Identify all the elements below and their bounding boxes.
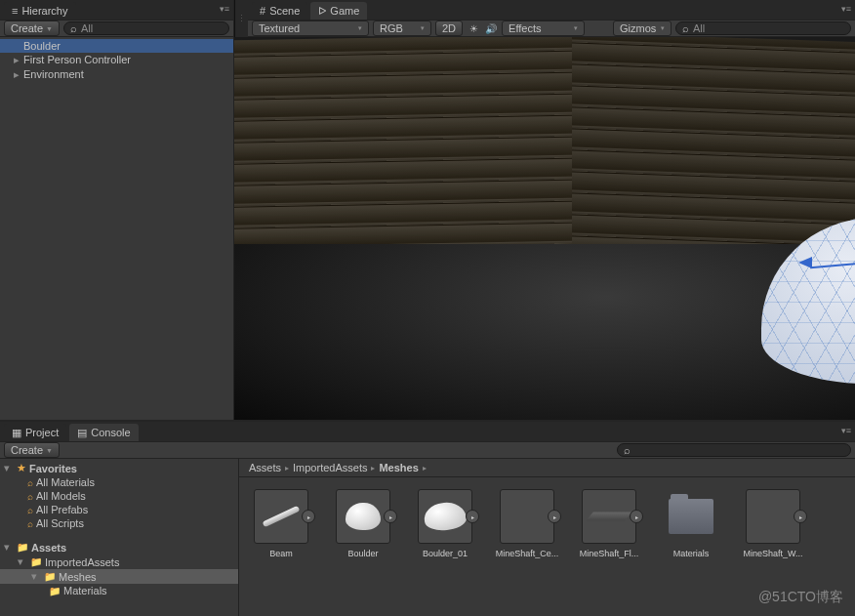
sidebar-favorites[interactable]: ▾ ★ Favorites [0,461,238,475]
hierarchy-item-environment[interactable]: ▸Environment [0,67,233,82]
scene-icon: # [260,5,265,17]
render-mode-dropdown[interactable]: RGB ▾ [373,21,431,36]
chevron-right-icon: ▸ [423,464,427,472]
play-badge-icon[interactable]: ▸ [466,510,479,523]
asset-item-boulder[interactable]: ▸ Boulder [333,489,393,558]
scene-toolbar: Textured ▾ RGB ▾ 2D ☀ 🔊 Effects ▾ [248,20,855,37]
play-badge-icon[interactable]: ▸ [302,510,315,523]
sidebar-assets[interactable]: ▾ 📁 Assets [0,540,238,554]
expand-icon[interactable]: ▾ [4,462,14,474]
project-icon: ▦ [12,427,21,439]
game-tab-label: Game [330,5,359,17]
hierarchy-tree: Boulder ▸First Person Controller ▸Enviro… [0,37,233,420]
search-icon: ⌕ [624,444,631,456]
sidebar-fav-models[interactable]: ⌕All Models [0,489,238,503]
scene-viewport[interactable] [234,37,855,420]
breadcrumb-item[interactable]: ImportedAssets [293,462,367,473]
asset-item-mineshaft-w[interactable]: ▸ MineShaft_W... [743,489,803,558]
hierarchy-tab[interactable]: ≡ Hierarchy [4,2,76,20]
create-button[interactable]: Create ▼ [4,442,60,458]
play-badge-icon[interactable]: ▸ [630,510,643,523]
asset-label: Materials [657,549,725,558]
create-label: Create [11,22,43,34]
hierarchy-tabs: ≡ Hierarchy ▾≡ [0,0,233,20]
panel-menu-icon[interactable]: ▾≡ [841,4,851,14]
sidebar-fav-prefabs[interactable]: ⌕All Prefabs [0,503,238,516]
expand-icon[interactable]: ▸ [14,68,23,81]
expand-icon[interactable]: ▾ [4,541,14,554]
play-badge-icon[interactable]: ▸ [384,510,397,523]
game-tab[interactable]: ᐅ Game [310,2,367,20]
chevron-down-icon: ▾ [358,24,362,32]
asset-label: Beam [247,549,315,558]
breadcrumb-item-current[interactable]: Meshes [379,462,418,473]
create-label: Create [11,444,43,456]
effects-dropdown[interactable]: Effects ▾ [502,21,585,36]
hierarchy-item-boulder[interactable]: Boulder [0,39,233,53]
panel-menu-icon[interactable]: ▾≡ [220,4,229,14]
hierarchy-icon: ≡ [12,5,18,17]
folder-label: ImportedAssets [45,556,119,568]
play-badge-icon[interactable]: ▸ [794,510,807,523]
expand-icon[interactable]: ▾ [18,555,27,568]
hierarchy-search-input[interactable]: ⌕ All [63,21,229,35]
render-mode-label: RGB [380,22,403,34]
fav-item-label: All Prefabs [36,504,88,515]
folder-icon [669,499,713,534]
audio-toggle-icon[interactable]: 🔊 [484,21,498,35]
star-icon: ★ [17,462,26,474]
asset-item-mineshaft-fl[interactable]: ▸ MineShaft_Fl... [579,489,639,558]
project-search-input[interactable]: ⌕ [617,443,851,457]
lighting-toggle-icon[interactable]: ☀ [467,21,480,35]
sidebar-fav-scripts[interactable]: ⌕All Scripts [0,516,238,530]
2d-toggle-button[interactable]: 2D [435,21,463,36]
asset-item-materials-folder[interactable]: Materials [661,489,721,558]
shading-mode-dropdown[interactable]: Textured ▾ [252,21,369,36]
console-tab[interactable]: ▤ Console [69,424,138,441]
sidebar-folder-meshes[interactable]: ▾ 📁 Meshes [0,569,238,584]
chevron-down-icon: ▼ [46,25,53,32]
selected-object-boulder[interactable] [761,218,855,384]
gizmo-x-axis-icon[interactable] [798,257,812,268]
sidebar-folder-materials[interactable]: 📁 Materials [0,584,238,597]
shading-label: Textured [259,22,300,34]
asset-label: Boulder_01 [411,549,479,558]
sidebar-folder-imported[interactable]: ▾ 📁 ImportedAssets [0,554,238,569]
asset-label: MineShaft_Fl... [575,549,643,558]
chevron-right-icon: ▸ [285,464,289,472]
asset-item-beam[interactable]: ▸ Beam [251,489,311,558]
gizmos-dropdown[interactable]: Gizmos ▾ [613,21,672,36]
hierarchy-item-fpc[interactable]: ▸First Person Controller [0,53,233,67]
asset-item-mineshaft-ce[interactable]: ▸ MineShaft_Ce... [497,489,557,558]
play-badge-icon[interactable]: ▸ [548,510,561,523]
breadcrumb-item[interactable]: Assets [249,462,281,473]
project-sidebar: ▾ ★ Favorites ⌕All Materials ⌕All Models… [0,459,239,616]
fav-item-label: All Materials [36,476,95,488]
search-icon: ⌕ [70,22,77,34]
hierarchy-item-label: First Person Controller [23,54,131,65]
folder-icon: 📁 [49,586,61,596]
asset-label: MineShaft_Ce... [493,549,561,558]
sidebar-fav-materials[interactable]: ⌕All Materials [0,475,238,489]
panel-drag-handle[interactable]: ⋮ [234,0,248,37]
asset-item-boulder01[interactable]: ▸ Boulder_01 [415,489,475,558]
asset-label: MineShaft_W... [739,549,807,558]
create-button[interactable]: Create ▼ [4,21,60,36]
project-tab[interactable]: ▦ Project [4,424,66,441]
console-icon: ▤ [77,427,87,439]
scene-search-input[interactable]: ⌕ All [675,21,851,35]
folder-icon: 📁 [44,571,56,582]
mesh-thumb-icon [346,503,381,530]
panel-menu-icon[interactable]: ▾≡ [841,426,851,435]
scene-tab[interactable]: # Scene [252,2,307,20]
expand-icon[interactable]: ▾ [31,570,41,583]
hierarchy-tab-label: Hierarchy [21,5,67,17]
folder-icon: 📁 [30,556,42,567]
chevron-down-icon: ▾ [661,24,665,32]
game-icon: ᐅ [318,5,326,18]
search-icon: ⌕ [27,505,33,515]
expand-icon[interactable]: ▸ [14,54,23,66]
asset-label: Boulder [329,549,397,558]
gizmos-label: Gizmos [620,22,656,34]
project-toolbar: Create ▼ ⌕ [0,441,855,459]
